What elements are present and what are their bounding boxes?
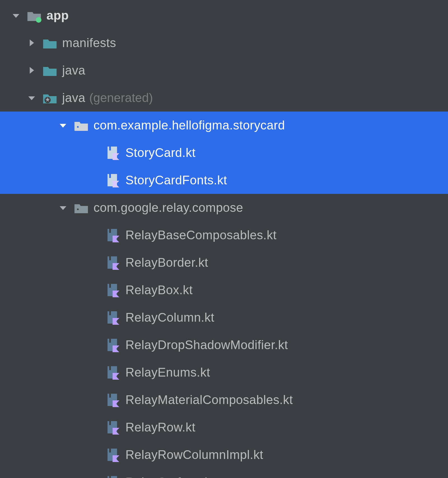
tree-item-file[interactable]: RelayRowColumnImpl.kt <box>0 441 448 468</box>
kotlin-file-icon <box>106 310 120 325</box>
kotlin-file-icon <box>106 283 120 297</box>
tree-item-file-storycardfonts[interactable]: StoryCardFonts.kt <box>0 166 448 194</box>
chevron-down-icon[interactable] <box>11 11 21 20</box>
module-icon <box>27 8 41 23</box>
tree-item-manifests[interactable]: manifests <box>0 29 448 57</box>
tree-item-label: RelayMaterialComposables.kt <box>125 393 293 407</box>
kotlin-file-icon <box>106 228 120 242</box>
tree-item-package-storycard[interactable]: com.example.hellofigma.storycard <box>0 112 448 139</box>
tree-item-file-storycard[interactable]: StoryCard.kt <box>0 139 448 166</box>
tree-item-label: manifests <box>62 36 116 50</box>
tree-item-label: com.example.hellofigma.storycard <box>94 118 285 132</box>
package-icon <box>74 200 88 215</box>
kotlin-file-icon <box>106 338 120 352</box>
kotlin-file-icon <box>106 145 120 160</box>
chevron-down-icon[interactable] <box>58 120 68 130</box>
project-tree[interactable]: app manifests java java (generated) com.… <box>0 0 448 478</box>
tree-item-label: com.google.relay.compose <box>94 201 243 215</box>
folder-icon <box>43 36 57 50</box>
tree-item-label: RelayRowColumnImpl.kt <box>125 448 263 462</box>
kotlin-file-icon <box>106 255 120 270</box>
tree-item-label: RelayColumn.kt <box>125 310 214 324</box>
tree-item-label: StoryCardFonts.kt <box>125 173 227 187</box>
chevron-down-icon[interactable] <box>27 93 36 103</box>
kotlin-file-icon <box>106 173 120 187</box>
package-icon <box>74 118 88 133</box>
tree-item-app[interactable]: app <box>0 2 448 29</box>
tree-item-java[interactable]: java <box>0 57 448 84</box>
tree-item-label: java <box>62 91 85 105</box>
tree-item-file[interactable]: RelayBox.kt <box>0 276 448 304</box>
tree-item-java-generated[interactable]: java (generated) <box>0 84 448 112</box>
folder-icon <box>43 63 57 78</box>
chevron-right-icon[interactable] <box>27 66 36 75</box>
tree-item-file[interactable]: RelayEnums.kt <box>0 359 448 386</box>
tree-item-file[interactable]: RelayMaterialComposables.kt <box>0 386 448 414</box>
chevron-right-icon[interactable] <box>27 38 36 48</box>
tree-item-label: RelayDropShadowModifier.kt <box>125 338 288 352</box>
tree-item-label: RelayBaseComposables.kt <box>125 228 277 242</box>
kotlin-file-icon <box>106 365 120 380</box>
tree-item-suffix: (generated) <box>89 91 153 105</box>
tree-item-file[interactable]: RelayRow.kt <box>0 414 448 441</box>
tree-item-file[interactable]: RelayDropShadowModifier.kt <box>0 331 448 359</box>
tree-item-file[interactable]: RelayColumn.kt <box>0 304 448 331</box>
tree-item-label: app <box>46 8 69 22</box>
tree-item-file[interactable]: RelayBorder.kt <box>0 249 448 276</box>
tree-item-label: RelayEnums.kt <box>125 365 210 379</box>
tree-item-file[interactable]: RelaySurface.kt <box>0 468 448 478</box>
kotlin-file-icon <box>106 447 120 462</box>
kotlin-file-icon <box>106 420 120 435</box>
tree-item-label: RelayBorder.kt <box>125 256 208 270</box>
tree-item-label: java <box>62 63 85 77</box>
tree-item-label: RelayRow.kt <box>125 420 195 434</box>
tree-item-label: RelayBox.kt <box>125 283 193 297</box>
tree-item-label: StoryCard.kt <box>125 146 196 160</box>
tree-item-label: RelaySurface.kt <box>125 475 214 478</box>
chevron-down-icon[interactable] <box>58 203 68 212</box>
tree-item-file[interactable]: RelayBaseComposables.kt <box>0 221 448 249</box>
folder-generated-icon <box>43 91 57 105</box>
tree-item-package-relay[interactable]: com.google.relay.compose <box>0 194 448 221</box>
kotlin-file-icon <box>106 475 120 478</box>
kotlin-file-icon <box>106 393 120 407</box>
